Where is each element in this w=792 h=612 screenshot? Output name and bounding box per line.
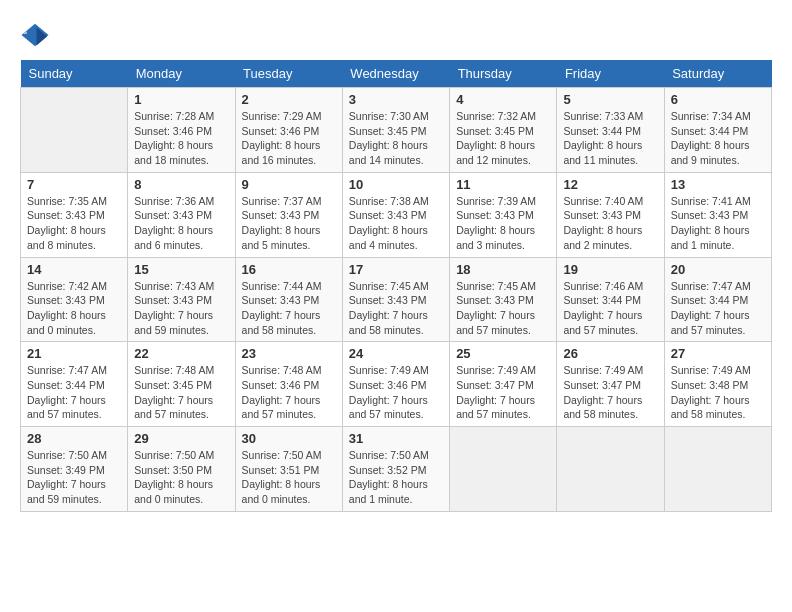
day-number: 28 bbox=[27, 431, 121, 446]
day-info: Sunrise: 7:37 AM Sunset: 3:43 PM Dayligh… bbox=[242, 194, 336, 253]
day-number: 5 bbox=[563, 92, 657, 107]
calendar-cell: 25Sunrise: 7:49 AM Sunset: 3:47 PM Dayli… bbox=[450, 342, 557, 427]
day-info: Sunrise: 7:50 AM Sunset: 3:49 PM Dayligh… bbox=[27, 448, 121, 507]
page-header: G bbox=[20, 20, 772, 50]
day-info: Sunrise: 7:49 AM Sunset: 3:47 PM Dayligh… bbox=[456, 363, 550, 422]
logo-icon: G bbox=[20, 20, 50, 50]
calendar-cell: 30Sunrise: 7:50 AM Sunset: 3:51 PM Dayli… bbox=[235, 427, 342, 512]
day-info: Sunrise: 7:41 AM Sunset: 3:43 PM Dayligh… bbox=[671, 194, 765, 253]
day-number: 16 bbox=[242, 262, 336, 277]
day-info: Sunrise: 7:45 AM Sunset: 3:43 PM Dayligh… bbox=[349, 279, 443, 338]
calendar-cell bbox=[21, 88, 128, 173]
calendar-cell: 6Sunrise: 7:34 AM Sunset: 3:44 PM Daylig… bbox=[664, 88, 771, 173]
day-info: Sunrise: 7:48 AM Sunset: 3:46 PM Dayligh… bbox=[242, 363, 336, 422]
day-info: Sunrise: 7:49 AM Sunset: 3:46 PM Dayligh… bbox=[349, 363, 443, 422]
calendar-cell: 28Sunrise: 7:50 AM Sunset: 3:49 PM Dayli… bbox=[21, 427, 128, 512]
calendar-cell: 19Sunrise: 7:46 AM Sunset: 3:44 PM Dayli… bbox=[557, 257, 664, 342]
day-info: Sunrise: 7:36 AM Sunset: 3:43 PM Dayligh… bbox=[134, 194, 228, 253]
day-info: Sunrise: 7:44 AM Sunset: 3:43 PM Dayligh… bbox=[242, 279, 336, 338]
day-number: 12 bbox=[563, 177, 657, 192]
day-number: 29 bbox=[134, 431, 228, 446]
calendar-cell: 7Sunrise: 7:35 AM Sunset: 3:43 PM Daylig… bbox=[21, 172, 128, 257]
day-header-wednesday: Wednesday bbox=[342, 60, 449, 88]
day-number: 15 bbox=[134, 262, 228, 277]
calendar-cell: 12Sunrise: 7:40 AM Sunset: 3:43 PM Dayli… bbox=[557, 172, 664, 257]
day-info: Sunrise: 7:40 AM Sunset: 3:43 PM Dayligh… bbox=[563, 194, 657, 253]
calendar-cell: 21Sunrise: 7:47 AM Sunset: 3:44 PM Dayli… bbox=[21, 342, 128, 427]
calendar-cell: 2Sunrise: 7:29 AM Sunset: 3:46 PM Daylig… bbox=[235, 88, 342, 173]
day-info: Sunrise: 7:28 AM Sunset: 3:46 PM Dayligh… bbox=[134, 109, 228, 168]
day-info: Sunrise: 7:47 AM Sunset: 3:44 PM Dayligh… bbox=[671, 279, 765, 338]
day-number: 31 bbox=[349, 431, 443, 446]
day-info: Sunrise: 7:49 AM Sunset: 3:47 PM Dayligh… bbox=[563, 363, 657, 422]
day-number: 4 bbox=[456, 92, 550, 107]
calendar-cell: 1Sunrise: 7:28 AM Sunset: 3:46 PM Daylig… bbox=[128, 88, 235, 173]
day-info: Sunrise: 7:48 AM Sunset: 3:45 PM Dayligh… bbox=[134, 363, 228, 422]
day-number: 9 bbox=[242, 177, 336, 192]
day-number: 19 bbox=[563, 262, 657, 277]
day-info: Sunrise: 7:33 AM Sunset: 3:44 PM Dayligh… bbox=[563, 109, 657, 168]
calendar-cell: 8Sunrise: 7:36 AM Sunset: 3:43 PM Daylig… bbox=[128, 172, 235, 257]
week-row-5: 28Sunrise: 7:50 AM Sunset: 3:49 PM Dayli… bbox=[21, 427, 772, 512]
calendar-cell bbox=[450, 427, 557, 512]
calendar-cell: 5Sunrise: 7:33 AM Sunset: 3:44 PM Daylig… bbox=[557, 88, 664, 173]
calendar-cell: 29Sunrise: 7:50 AM Sunset: 3:50 PM Dayli… bbox=[128, 427, 235, 512]
calendar-table: SundayMondayTuesdayWednesdayThursdayFrid… bbox=[20, 60, 772, 512]
calendar-body: 1Sunrise: 7:28 AM Sunset: 3:46 PM Daylig… bbox=[21, 88, 772, 512]
day-number: 14 bbox=[27, 262, 121, 277]
calendar-cell: 22Sunrise: 7:48 AM Sunset: 3:45 PM Dayli… bbox=[128, 342, 235, 427]
day-info: Sunrise: 7:45 AM Sunset: 3:43 PM Dayligh… bbox=[456, 279, 550, 338]
calendar-cell: 26Sunrise: 7:49 AM Sunset: 3:47 PM Dayli… bbox=[557, 342, 664, 427]
day-info: Sunrise: 7:29 AM Sunset: 3:46 PM Dayligh… bbox=[242, 109, 336, 168]
day-number: 27 bbox=[671, 346, 765, 361]
week-row-2: 7Sunrise: 7:35 AM Sunset: 3:43 PM Daylig… bbox=[21, 172, 772, 257]
calendar-cell bbox=[557, 427, 664, 512]
calendar-cell: 16Sunrise: 7:44 AM Sunset: 3:43 PM Dayli… bbox=[235, 257, 342, 342]
day-info: Sunrise: 7:39 AM Sunset: 3:43 PM Dayligh… bbox=[456, 194, 550, 253]
calendar-cell: 23Sunrise: 7:48 AM Sunset: 3:46 PM Dayli… bbox=[235, 342, 342, 427]
calendar-cell: 24Sunrise: 7:49 AM Sunset: 3:46 PM Dayli… bbox=[342, 342, 449, 427]
days-row: SundayMondayTuesdayWednesdayThursdayFrid… bbox=[21, 60, 772, 88]
day-number: 2 bbox=[242, 92, 336, 107]
day-number: 3 bbox=[349, 92, 443, 107]
day-info: Sunrise: 7:34 AM Sunset: 3:44 PM Dayligh… bbox=[671, 109, 765, 168]
calendar-cell: 27Sunrise: 7:49 AM Sunset: 3:48 PM Dayli… bbox=[664, 342, 771, 427]
day-number: 17 bbox=[349, 262, 443, 277]
week-row-3: 14Sunrise: 7:42 AM Sunset: 3:43 PM Dayli… bbox=[21, 257, 772, 342]
day-number: 25 bbox=[456, 346, 550, 361]
day-number: 7 bbox=[27, 177, 121, 192]
day-header-saturday: Saturday bbox=[664, 60, 771, 88]
day-number: 18 bbox=[456, 262, 550, 277]
week-row-4: 21Sunrise: 7:47 AM Sunset: 3:44 PM Dayli… bbox=[21, 342, 772, 427]
day-header-sunday: Sunday bbox=[21, 60, 128, 88]
day-number: 21 bbox=[27, 346, 121, 361]
day-info: Sunrise: 7:49 AM Sunset: 3:48 PM Dayligh… bbox=[671, 363, 765, 422]
day-info: Sunrise: 7:47 AM Sunset: 3:44 PM Dayligh… bbox=[27, 363, 121, 422]
day-header-thursday: Thursday bbox=[450, 60, 557, 88]
calendar-cell: 9Sunrise: 7:37 AM Sunset: 3:43 PM Daylig… bbox=[235, 172, 342, 257]
calendar-header: SundayMondayTuesdayWednesdayThursdayFrid… bbox=[21, 60, 772, 88]
day-number: 13 bbox=[671, 177, 765, 192]
day-header-tuesday: Tuesday bbox=[235, 60, 342, 88]
day-info: Sunrise: 7:46 AM Sunset: 3:44 PM Dayligh… bbox=[563, 279, 657, 338]
day-number: 22 bbox=[134, 346, 228, 361]
day-number: 8 bbox=[134, 177, 228, 192]
day-number: 24 bbox=[349, 346, 443, 361]
day-info: Sunrise: 7:50 AM Sunset: 3:52 PM Dayligh… bbox=[349, 448, 443, 507]
calendar-cell: 11Sunrise: 7:39 AM Sunset: 3:43 PM Dayli… bbox=[450, 172, 557, 257]
calendar-cell: 13Sunrise: 7:41 AM Sunset: 3:43 PM Dayli… bbox=[664, 172, 771, 257]
day-info: Sunrise: 7:42 AM Sunset: 3:43 PM Dayligh… bbox=[27, 279, 121, 338]
svg-text:G: G bbox=[23, 29, 27, 35]
day-number: 1 bbox=[134, 92, 228, 107]
day-number: 6 bbox=[671, 92, 765, 107]
calendar-cell: 10Sunrise: 7:38 AM Sunset: 3:43 PM Dayli… bbox=[342, 172, 449, 257]
day-header-friday: Friday bbox=[557, 60, 664, 88]
logo: G bbox=[20, 20, 54, 50]
day-info: Sunrise: 7:38 AM Sunset: 3:43 PM Dayligh… bbox=[349, 194, 443, 253]
calendar-cell: 4Sunrise: 7:32 AM Sunset: 3:45 PM Daylig… bbox=[450, 88, 557, 173]
calendar-cell bbox=[664, 427, 771, 512]
day-info: Sunrise: 7:50 AM Sunset: 3:51 PM Dayligh… bbox=[242, 448, 336, 507]
calendar-cell: 18Sunrise: 7:45 AM Sunset: 3:43 PM Dayli… bbox=[450, 257, 557, 342]
calendar-cell: 31Sunrise: 7:50 AM Sunset: 3:52 PM Dayli… bbox=[342, 427, 449, 512]
calendar-cell: 14Sunrise: 7:42 AM Sunset: 3:43 PM Dayli… bbox=[21, 257, 128, 342]
